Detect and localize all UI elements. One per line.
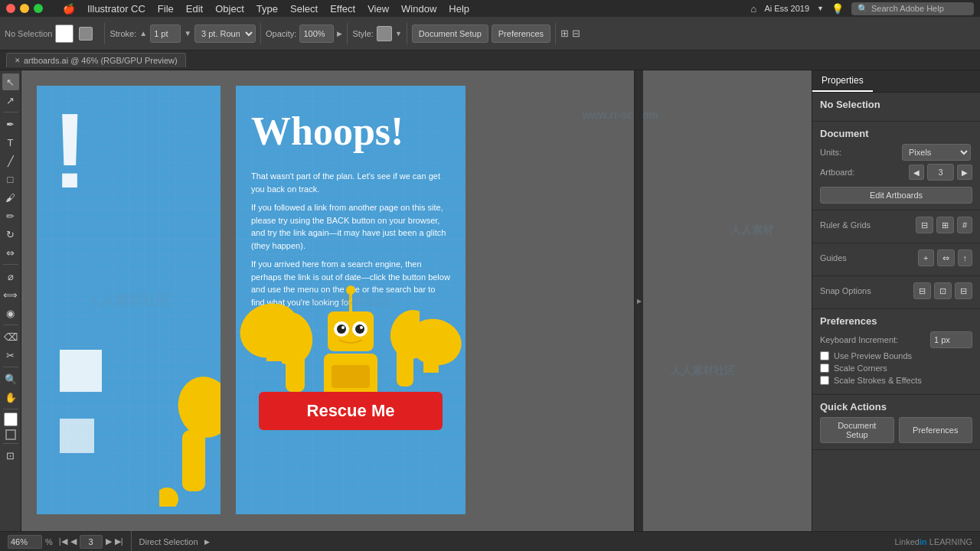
fill-color-box[interactable] bbox=[55, 24, 74, 43]
menu-type[interactable]: Type bbox=[256, 3, 278, 15]
menu-view[interactable]: View bbox=[368, 3, 389, 15]
scissors-tool[interactable]: ✂ bbox=[2, 347, 19, 364]
use-preview-bounds-checkbox[interactable] bbox=[820, 351, 829, 360]
nav-prev-btn[interactable]: ◀ bbox=[70, 536, 77, 546]
artboard-number-input[interactable] bbox=[927, 164, 954, 181]
maximize-btn[interactable] bbox=[34, 4, 43, 13]
stroke-down-arrow[interactable]: ▼ bbox=[184, 29, 191, 37]
guides-section: Guides + ⇔ ↑ bbox=[812, 243, 980, 276]
stroke-round-select[interactable]: 3 pt. Round 1 pt 2 pt 5 pt bbox=[194, 24, 256, 43]
menu-file[interactable]: File bbox=[158, 3, 174, 15]
style-arrow[interactable]: ▼ bbox=[395, 30, 402, 37]
units-select[interactable]: Pixels Inches Centimeters bbox=[902, 144, 971, 161]
svg-rect-8 bbox=[332, 365, 370, 388]
distribute-icon[interactable]: ⊟ bbox=[572, 28, 580, 39]
style-box[interactable] bbox=[377, 26, 392, 41]
hand-tool[interactable]: ✋ bbox=[2, 389, 19, 406]
menu-effect[interactable]: Effect bbox=[330, 3, 355, 15]
guides-icon-3[interactable]: ↑ bbox=[958, 249, 973, 266]
ruler-icon-3[interactable]: # bbox=[957, 217, 972, 233]
panel-collapse-handle[interactable]: ▶ bbox=[634, 70, 643, 531]
width-tool[interactable]: ⟺ bbox=[2, 286, 19, 303]
stroke-up-arrow[interactable]: ▲ bbox=[139, 29, 147, 37]
artboard-2[interactable]: Whoops! That wasn't part of the plan. Le… bbox=[236, 86, 466, 514]
direct-select-tool[interactable]: ↗ bbox=[2, 92, 19, 109]
document-setup-btn[interactable]: Document Setup bbox=[412, 24, 488, 43]
snap-icon-3[interactable]: ⊟ bbox=[955, 282, 972, 299]
artboard-row: Artboard: ◀ ▶ bbox=[820, 164, 972, 181]
opacity-input[interactable] bbox=[299, 24, 334, 43]
snap-options-label: Snap Options bbox=[820, 286, 871, 295]
artboard-arrow[interactable]: ▶ bbox=[204, 538, 210, 546]
snap-icon-1[interactable]: ⊟ bbox=[913, 282, 931, 299]
stroke-input[interactable] bbox=[150, 24, 181, 43]
close-btn[interactable] bbox=[6, 4, 15, 13]
guides-icon-1[interactable]: + bbox=[918, 249, 933, 266]
rescue-btn[interactable]: Rescue Me bbox=[259, 392, 443, 430]
paintbrush-tool[interactable]: 🖌 bbox=[2, 189, 19, 206]
align-icon[interactable]: ⊞ bbox=[560, 28, 569, 39]
menu-window[interactable]: Window bbox=[401, 3, 436, 15]
snap-icon-2[interactable]: ⊡ bbox=[934, 282, 952, 299]
light-icon[interactable]: 💡 bbox=[831, 3, 844, 15]
menu-object[interactable]: Object bbox=[215, 3, 244, 15]
zoom-control: % bbox=[8, 535, 53, 549]
opacity-arrow[interactable]: ▶ bbox=[337, 30, 342, 37]
zoom-input[interactable] bbox=[8, 535, 42, 549]
canvas-area[interactable]: www.rr-sc.com 人人素材 人人素材社区 人人素材 ! bbox=[21, 70, 812, 531]
eraser-tool[interactable]: ⌫ bbox=[2, 328, 19, 345]
quick-doc-setup-btn[interactable]: Document Setup bbox=[820, 417, 894, 443]
edit-artboards-btn[interactable]: Edit Artboards bbox=[820, 187, 972, 204]
quick-preferences-btn[interactable]: Preferences bbox=[899, 417, 973, 443]
artboard-prev-btn[interactable]: ◀ bbox=[909, 165, 924, 180]
pen-tool[interactable]: ✒ bbox=[2, 116, 19, 132]
preferences-btn-toolbar[interactable]: Preferences bbox=[492, 24, 550, 43]
artboard-status-input[interactable] bbox=[80, 535, 103, 549]
tab-icon: ✕ bbox=[15, 57, 21, 64]
guides-icon-2[interactable]: ⇔ bbox=[937, 249, 955, 266]
artboard-nav-status: |◀ ◀ ▶ ▶| bbox=[59, 535, 123, 549]
screen-mode-btn[interactable]: ⊡ bbox=[2, 447, 19, 464]
document-section: Document Units: Pixels Inches Centimeter… bbox=[812, 122, 980, 210]
mirror-tool[interactable]: ⇔ bbox=[2, 244, 19, 261]
pencil-tool[interactable]: ✏ bbox=[2, 207, 19, 224]
ruler-icon-1[interactable]: ⊟ bbox=[916, 217, 933, 233]
search-bar-top[interactable]: 🔍 Search Adobe Help bbox=[851, 2, 974, 15]
nav-next-btn[interactable]: ▶ bbox=[106, 536, 112, 546]
fill-indicator[interactable] bbox=[4, 412, 18, 426]
line-tool[interactable]: ╱ bbox=[2, 152, 19, 169]
left-tools-panel: ↖ ↗ ✒ T ╱ □ 🖌 ✏ ↻ ⇔ ⌀ ⟺ ◉ ⌫ ✂ 🔍 ✋ ⊡ bbox=[0, 70, 21, 531]
menu-app[interactable]: Illustrator CC bbox=[87, 3, 145, 15]
menu-select[interactable]: Select bbox=[290, 3, 318, 15]
rotate-tool[interactable]: ↻ bbox=[2, 226, 19, 243]
document-tab[interactable]: ✕ artboards.ai @ 46% (RGB/GPU Preview) bbox=[6, 53, 186, 67]
snap-options-section: Snap Options ⊟ ⊡ ⊟ bbox=[812, 276, 980, 309]
svg-rect-21 bbox=[266, 338, 282, 361]
menu-edit[interactable]: Edit bbox=[186, 3, 203, 15]
scale-strokes-checkbox[interactable] bbox=[820, 376, 829, 385]
separator-5 bbox=[555, 23, 556, 44]
minimize-btn[interactable] bbox=[20, 4, 29, 13]
select-tool[interactable]: ↖ bbox=[2, 73, 19, 90]
blob-tool[interactable]: ◉ bbox=[2, 305, 19, 321]
artboard-next-btn[interactable]: ▶ bbox=[957, 165, 972, 180]
status-sep-1 bbox=[131, 531, 132, 552]
scale-corners-checkbox[interactable] bbox=[820, 364, 829, 373]
keyboard-increment-input[interactable] bbox=[930, 331, 972, 348]
menu-help[interactable]: Help bbox=[449, 3, 469, 15]
tab-properties[interactable]: Properties bbox=[812, 70, 873, 92]
warp-tool[interactable]: ⌀ bbox=[2, 268, 19, 285]
quick-actions-row: Document Setup Preferences bbox=[820, 417, 972, 443]
workspace-selector[interactable]: Ai Ess 2019 bbox=[764, 4, 809, 13]
rect-tool[interactable]: □ bbox=[2, 171, 19, 187]
stroke-color-box[interactable] bbox=[79, 27, 93, 41]
nav-first-btn[interactable]: |◀ bbox=[59, 536, 67, 546]
nav-last-btn[interactable]: ▶| bbox=[115, 536, 123, 546]
type-tool[interactable]: T bbox=[2, 134, 19, 151]
stroke-indicator[interactable] bbox=[5, 429, 16, 440]
home-icon[interactable]: ⌂ bbox=[751, 3, 757, 15]
ruler-icon-2[interactable]: ⊞ bbox=[936, 217, 954, 233]
zoom-tool[interactable]: 🔍 bbox=[2, 370, 19, 387]
apple-menu[interactable]: 🍎 bbox=[63, 3, 75, 15]
artboard-1[interactable]: ! 人人素材社区 bbox=[37, 86, 220, 514]
